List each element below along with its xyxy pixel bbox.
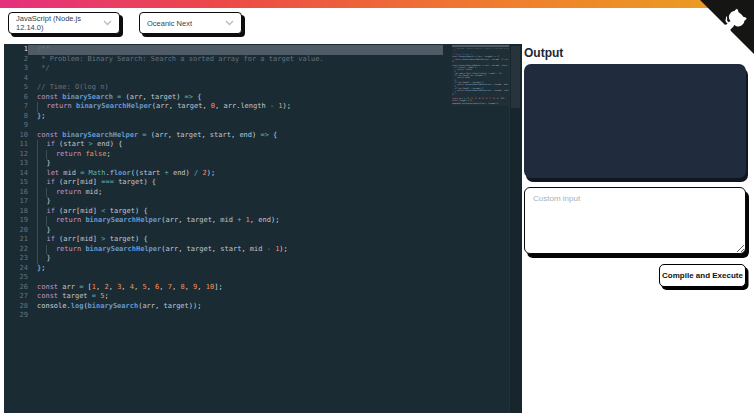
code-line[interactable]: } — [28, 254, 443, 264]
code-line[interactable]: return binarySearchHelper(arr, target, s… — [28, 245, 443, 255]
line-number: 6 — [4, 93, 28, 103]
editor-rows: 1/**2 * Problem: Binary Search: Search a… — [4, 45, 522, 321]
code-line[interactable]: const target = 5; — [28, 292, 443, 302]
line-number: 9 — [4, 121, 28, 131]
editor-row: 24}; — [4, 264, 522, 274]
line-number: 1 — [4, 45, 28, 55]
code-line[interactable] — [28, 74, 443, 84]
line-number: 26 — [4, 283, 28, 293]
line-number: 13 — [4, 159, 28, 169]
code-line[interactable]: * Problem: Binary Search: Search a sorte… — [28, 55, 443, 65]
editor-row: 10const binarySearchHelper = (arr, targe… — [4, 131, 522, 141]
code-line[interactable]: return binarySearchHelper(arr, target, 0… — [28, 102, 443, 112]
custom-input[interactable] — [524, 187, 746, 254]
code-line[interactable]: } — [28, 197, 443, 207]
line-number: 20 — [4, 226, 28, 236]
compile-button[interactable]: Compile and Execute — [659, 264, 746, 287]
code-line[interactable]: const binarySearchHelper = (arr, target,… — [28, 131, 443, 141]
editor-row: 16 return mid; — [4, 188, 522, 198]
editor-row: 28console.log(binarySearch(arr, target))… — [4, 302, 522, 312]
output-title: Output — [524, 46, 563, 60]
line-number: 12 — [4, 150, 28, 160]
editor-row: 13 } — [4, 159, 522, 169]
code-line[interactable] — [28, 311, 443, 321]
code-line[interactable]: if (start > end) { — [28, 140, 443, 150]
line-number: 22 — [4, 245, 28, 255]
code-line[interactable]: let mid = Math.floor((start + end) / 2); — [28, 169, 443, 179]
theme-select[interactable]: Oceanic Next — [139, 12, 242, 34]
line-number: 24 — [4, 264, 28, 274]
line-number: 27 — [4, 292, 28, 302]
line-number: 5 — [4, 83, 28, 93]
code-line[interactable]: return binarySearchHelper(arr, target, m… — [28, 216, 443, 226]
octocat-icon — [700, 0, 754, 54]
line-number: 2 — [4, 55, 28, 65]
code-line[interactable]: return false; — [28, 150, 443, 160]
code-line[interactable] — [28, 121, 443, 131]
code-line[interactable]: } — [28, 159, 443, 169]
line-number: 4 — [4, 74, 28, 84]
line-number: 18 — [4, 207, 28, 217]
editor-row: 26const arr = [1, 2, 3, 4, 5, 6, 7, 8, 9… — [4, 283, 522, 293]
code-line[interactable]: /** — [28, 45, 443, 55]
minimap-line: return binarySearchHelper(arr, target, 0… — [452, 58, 509, 60]
line-number: 10 — [4, 131, 28, 141]
editor-row: 14 let mid = Math.floor((start + end) / … — [4, 169, 522, 179]
line-number: 25 — [4, 273, 28, 283]
code-line[interactable]: */ — [28, 64, 443, 74]
code-editor[interactable]: 1/**2 * Problem: Binary Search: Search a… — [4, 44, 522, 413]
editor-row: 22 return binarySearchHelper(arr, target… — [4, 245, 522, 255]
chevron-down-icon — [103, 20, 112, 26]
editor-row: 20 } — [4, 226, 522, 236]
code-line[interactable]: } — [28, 226, 443, 236]
editor-row: 3 */ — [4, 64, 522, 74]
editor-row: 25 — [4, 273, 522, 283]
code-line[interactable]: const binarySearch = (arr, target) => { — [28, 93, 443, 103]
editor-row: 9 — [4, 121, 522, 131]
code-line[interactable]: // Time: O(log n) — [28, 83, 443, 93]
editor-row: 4 — [4, 74, 522, 84]
editor-row: 8}; — [4, 112, 522, 122]
code-line[interactable]: const arr = [1, 2, 3, 4, 5, 6, 7, 8, 9, … — [28, 283, 443, 293]
line-number: 3 — [4, 64, 28, 74]
editor-row: 1/** — [4, 45, 522, 55]
editor-row: 17 } — [4, 197, 522, 207]
editor-row: 18 if (arr[mid] < target) { — [4, 207, 522, 217]
code-line[interactable]: if (arr[mid] < target) { — [28, 207, 443, 217]
editor-scrollbar[interactable] — [509, 44, 522, 413]
minimap-line: * Problem: Binary Search: Search a sorte… — [452, 47, 509, 49]
editor-row: 19 return binarySearchHelper(arr, target… — [4, 216, 522, 226]
editor-row: 2 * Problem: Binary Search: Search a sor… — [4, 55, 522, 65]
minimap-line: return binarySearchHelper(arr, target, s… — [452, 89, 509, 91]
line-number: 8 — [4, 112, 28, 122]
code-line[interactable]: if (arr[mid] === target) { — [28, 178, 443, 188]
line-number: 7 — [4, 102, 28, 112]
editor-row: 12 return false; — [4, 150, 522, 160]
line-number: 15 — [4, 178, 28, 188]
language-select-value: JavaScript (Node.js 12.14.0) — [16, 14, 97, 32]
editor-row: 5// Time: O(log n) — [4, 83, 522, 93]
editor-row: 6const binarySearch = (arr, target) => { — [4, 93, 522, 103]
editor-row: 11 if (start > end) { — [4, 140, 522, 150]
line-number: 21 — [4, 235, 28, 245]
code-line[interactable]: return mid; — [28, 188, 443, 198]
code-line[interactable] — [28, 273, 443, 283]
minimap-line — [452, 104, 509, 106]
code-line[interactable]: console.log(binarySearch(arr, target)); — [28, 302, 443, 312]
editor-scrollbar-thumb[interactable] — [511, 46, 520, 108]
line-number: 29 — [4, 311, 28, 321]
language-select[interactable]: JavaScript (Node.js 12.14.0) — [8, 12, 120, 34]
code-line[interactable]: }; — [28, 264, 443, 274]
line-number: 19 — [4, 216, 28, 226]
code-line[interactable]: }; — [28, 112, 443, 122]
line-number: 28 — [4, 302, 28, 312]
editor-row: 29 — [4, 311, 522, 321]
editor-row: 15 if (arr[mid] === target) { — [4, 178, 522, 188]
line-number: 16 — [4, 188, 28, 198]
editor-minimap[interactable]: /** * Problem: Binary Search: Search a s… — [452, 45, 509, 106]
editor-row: 21 if (arr[mid] > target) { — [4, 235, 522, 245]
github-corner-link[interactable] — [700, 0, 754, 54]
editor-row: 7 return binarySearchHelper(arr, target,… — [4, 102, 522, 112]
code-line[interactable]: if (arr[mid] > target) { — [28, 235, 443, 245]
minimap-line: return binarySearchHelper(arr, target, m… — [452, 83, 509, 85]
